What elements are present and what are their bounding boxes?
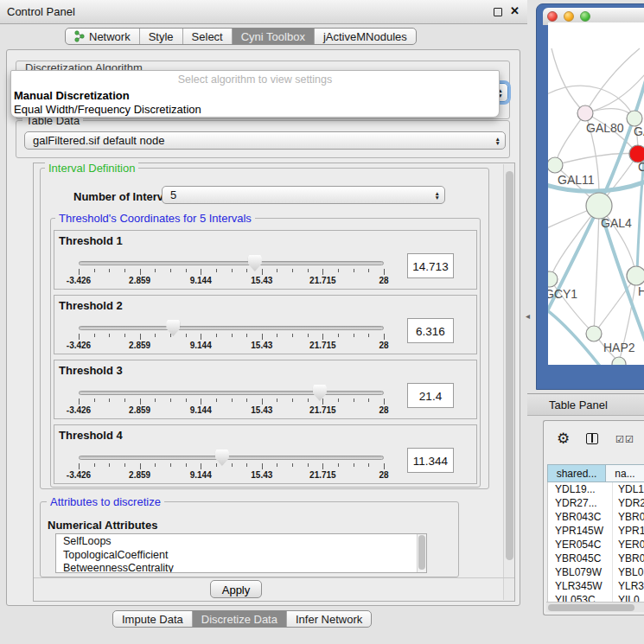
slider-track [79,391,384,395]
slider-tick [277,463,277,467]
tab-cyni-toolbox[interactable]: Cyni Toolbox [232,29,314,44]
threshold-slider[interactable]: -3.4262.8599.14415.4321.71528 [72,317,392,354]
slider-tick [292,463,293,467]
slider-tick-label: 21.715 [309,405,336,415]
table-cell-shared: YBL079W [548,565,613,579]
control-panel-window: Control Panel ✕ Network Style [0,0,527,644]
table-row[interactable]: YBR043CYBR0... [548,510,644,524]
minimize-traffic-light[interactable] [564,11,574,22]
apply-button[interactable]: Apply [210,580,262,598]
slider-tick [354,463,354,467]
threshold-slider[interactable]: -3.4262.8599.14415.4321.71528 [72,252,392,289]
table-data-combobox[interactable]: galFiltered.sif default node ▲▼ [24,131,506,150]
number-of-intervals-combobox[interactable]: 5 ▲▼ [162,186,445,204]
popup-option-manual-discretization[interactable]: Manual Discretization [14,89,130,102]
table-row[interactable]: YPR145WYPR1... [548,524,644,538]
table-row[interactable]: YIL053CYIL0... [548,593,644,602]
float-icon[interactable] [494,8,502,16]
splitter-handle[interactable]: ◂ [526,311,530,321]
threshold-value-field[interactable]: 11.344 [407,448,454,473]
table-row[interactable]: YBR045CYBR0... [548,552,644,565]
network-edge[interactable] [594,206,599,334]
attribute-list-item[interactable]: BetweennessCentrality [56,561,426,573]
threshold-value-field[interactable]: 14.713 [407,253,454,278]
slider-tick [368,334,369,337]
network-node[interactable] [612,357,626,365]
scrollbar-thumb[interactable] [506,171,513,560]
maximize-traffic-light[interactable] [580,11,590,22]
list-vertical-scrollbar[interactable] [417,534,426,572]
algorithm-popup: Select algorithm to view settings Manual… [10,70,500,118]
network-edge-highlighted[interactable] [548,206,599,323]
checkbox-icon[interactable]: ☑ [625,434,634,445]
table-row[interactable]: YBL079WYBL0... [548,565,644,579]
numerical-attributes-list[interactable]: SelfLoopsTopologicalCoefficientBetweenne… [55,533,427,573]
tab-discretize-data[interactable]: Discretize Data [192,611,286,627]
close-traffic-light[interactable] [547,11,558,22]
tab-label: Discretize Data [201,611,277,628]
network-node[interactable] [548,271,558,287]
network-node[interactable] [548,157,563,173]
threshold-value-field[interactable]: 6.316 [407,318,454,343]
split-columns-icon[interactable] [586,433,598,444]
slider-tick [232,269,233,272]
network-node[interactable] [627,266,644,285]
tab-select[interactable]: Select [182,29,232,44]
table-cell-shared: YBR043C [548,510,613,524]
slider-tick [277,269,277,272]
settings-vertical-scrollbar[interactable] [503,164,514,600]
column-header-name[interactable]: na... [606,464,644,482]
slider-tick [109,334,110,337]
network-canvas[interactable]: GAL80GALGAL11CGAL4GCY1HHAP2 [548,22,644,365]
table-row[interactable]: YER054CYER0... [548,538,644,552]
network-window: GAL80GALGAL11CGAL4GCY1HHAP2 [536,3,644,390]
slider-tick-label: 9.144 [190,405,212,415]
scrollbar-thumb[interactable] [548,604,634,611]
slider-tick [308,399,309,402]
table-horizontal-scrollbar[interactable] [546,602,644,612]
threshold-slider-thumb[interactable] [313,385,327,401]
gear-icon[interactable]: ⚙ [557,430,570,448]
slider-tick [94,463,95,467]
checkbox-icon[interactable]: ☑ [615,434,624,445]
network-edge[interactable] [552,48,585,113]
table-cell-name: YBL0... [613,565,644,579]
table-row[interactable]: YLR345WYLR3... [548,579,644,593]
slider-tick [201,463,201,469]
scrollbar-thumb[interactable] [418,535,425,570]
popup-option-equal-width-frequency[interactable]: Equal Width/Frequency Discretization [14,103,201,116]
network-edge[interactable] [594,276,636,334]
column-header-shared[interactable]: shared... [547,464,606,482]
network-node-label: GAL80 [586,121,624,135]
tab-style[interactable]: Style [139,29,182,44]
tab-impute-data[interactable]: Impute Data [113,611,192,627]
attribute-list-item[interactable]: TopologicalCoefficient [56,548,426,562]
network-node[interactable] [586,326,602,341]
slider-tick [232,334,233,337]
threshold-value-field[interactable]: 21.4 [407,383,454,408]
slider-tick-label: 28 [379,276,388,285]
tab-jactivemnodules[interactable]: jActiveMNodules [314,29,416,44]
table-row[interactable]: YDL19...YDL1... [548,482,644,496]
threshold-slider-thumb[interactable] [248,255,262,271]
network-node[interactable] [577,105,593,121]
tab-label: Network [89,29,131,45]
tab-infer-network[interactable]: Infer Network [286,611,371,627]
network-edge[interactable] [585,74,644,113]
slider-tick [262,463,263,469]
close-icon[interactable]: ✕ [510,4,520,17]
slider-tick [109,269,110,272]
attribute-list-item[interactable]: SelfLoops [56,534,426,548]
threshold-slider-thumb[interactable] [166,320,180,336]
threshold-slider[interactable]: -3.4262.8599.14415.4321.71528 [72,382,392,418]
network-edge[interactable] [585,48,640,113]
threshold-slider-thumb[interactable] [215,450,229,466]
network-edge[interactable] [555,113,585,165]
threshold-slider[interactable]: -3.4262.8599.14415.4321.71528 [72,447,392,483]
network-node[interactable] [586,193,612,219]
network-node-label: GCY1 [548,287,577,301]
table-row[interactable]: YDR27...YDR2... [548,496,644,510]
slider-tick [155,269,156,272]
threshold-label: Threshold 2 [59,299,123,312]
tab-network[interactable]: Network [66,29,139,44]
